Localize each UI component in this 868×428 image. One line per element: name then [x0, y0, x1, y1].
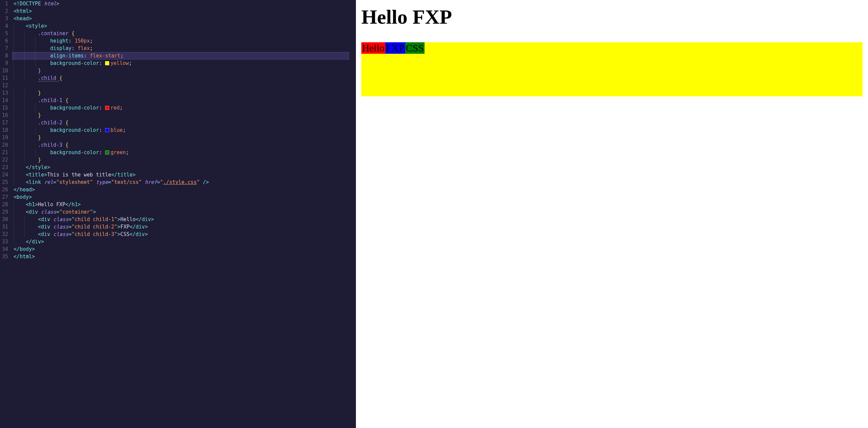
code-line[interactable]: <title>This is the web title</title> — [12, 171, 349, 179]
token-punct: </ — [129, 224, 136, 230]
token-brace: } — [38, 90, 41, 96]
token-punct: </ — [14, 246, 20, 252]
code-line[interactable]: align-items: flex-start; — [12, 52, 349, 60]
token-punct: > — [151, 216, 154, 222]
token-tag: title — [29, 172, 44, 178]
line-number: 15 — [2, 104, 8, 112]
code-line[interactable]: .child-1 { — [12, 97, 349, 104]
token-tag: div — [136, 224, 145, 230]
token-tag: div — [41, 216, 53, 222]
line-number: 35 — [2, 253, 8, 260]
token-attr: type — [96, 179, 108, 185]
code-line[interactable]: <h1>Hello FXP</h1> — [12, 201, 349, 208]
token-tag: div — [41, 224, 53, 230]
token-brace: } — [38, 112, 41, 118]
token-attr: href — [145, 179, 157, 185]
code-line[interactable]: .container { — [12, 30, 349, 37]
code-line[interactable]: } — [12, 156, 349, 164]
token-text: ; — [90, 45, 93, 51]
token-punct: < — [14, 8, 17, 14]
line-number: 6 — [2, 37, 8, 45]
line-number: 4 — [2, 22, 8, 30]
code-line[interactable]: <div class="child child-3">CSS</div> — [12, 231, 349, 238]
code-line[interactable]: } — [12, 89, 349, 97]
token-selector: .container — [38, 30, 71, 37]
code-line[interactable]: </div> — [12, 238, 349, 245]
code-line[interactable]: background-color: red; — [12, 104, 349, 112]
token-punct: > — [32, 187, 35, 193]
token-doctype: !DOCTYPE — [17, 1, 44, 7]
token-text: CSS — [120, 231, 129, 237]
line-number: 2 — [2, 7, 8, 15]
token-attr: class — [53, 224, 68, 230]
code-line[interactable]: background-color: yellow; — [12, 60, 349, 67]
code-line[interactable]: } — [12, 134, 349, 141]
code-line[interactable]: </html> — [12, 253, 349, 260]
token-punct: < — [26, 23, 29, 29]
token-tag: title — [117, 172, 132, 178]
token-tag: div — [142, 216, 151, 222]
code-line[interactable]: .child-2 { — [12, 119, 349, 126]
line-number: 30 — [2, 216, 8, 223]
token-text: ; — [120, 53, 123, 59]
code-editor-pane[interactable]: 1234567891011121314151617181920212223242… — [0, 0, 356, 428]
token-text — [93, 179, 96, 185]
code-line[interactable]: <head> — [12, 15, 349, 22]
code-line[interactable]: <div class="child child-2">FXP</div> — [12, 223, 349, 231]
code-line[interactable]: .child { — [12, 74, 349, 82]
code-line[interactable]: } — [12, 67, 349, 74]
token-text: ; — [123, 127, 126, 133]
code-line[interactable]: height: 150px; — [12, 37, 349, 45]
code-line[interactable]: display: flex; — [12, 45, 349, 52]
token-punct: > — [93, 209, 96, 215]
code-line[interactable]: </style> — [12, 164, 349, 171]
code-line[interactable]: <html> — [12, 7, 349, 15]
code-line[interactable]: <div class="container"> — [12, 208, 349, 216]
code-line[interactable]: <!DOCTYPE html> — [12, 0, 349, 7]
token-punct: < — [38, 224, 41, 230]
token-prop: background-color — [50, 149, 99, 156]
token-text: : — [84, 53, 90, 59]
token-punct: > — [29, 8, 32, 14]
token-text: Hello — [120, 216, 136, 222]
color-swatch-icon — [105, 150, 109, 154]
line-number: 12 — [2, 82, 8, 89]
code-line[interactable]: </head> — [12, 186, 349, 193]
token-punct: </ — [26, 164, 32, 170]
code-line[interactable]: .child-3 { — [12, 141, 349, 149]
code-line[interactable]: <div class="child child-1">Hello</div> — [12, 216, 349, 223]
line-number: 22 — [2, 156, 8, 164]
token-text: : — [69, 38, 75, 44]
token-punct: > — [117, 224, 120, 230]
line-number: 26 — [2, 186, 8, 193]
code-line[interactable] — [12, 82, 349, 89]
token-punct: = — [69, 216, 72, 222]
token-punct: < — [14, 194, 17, 200]
code-area[interactable]: <!DOCTYPE html><html><head> <style> .con… — [12, 0, 356, 428]
code-line[interactable]: <link rel="stylesheet" type="text/css" h… — [12, 179, 349, 186]
token-punct: < — [26, 179, 29, 185]
code-line[interactable]: </body> — [12, 245, 349, 253]
token-brace-purple: } — [38, 68, 41, 74]
token-value: flex — [78, 45, 90, 51]
token-punct: </ — [26, 239, 32, 245]
line-number: 9 — [2, 60, 8, 67]
token-punct: /> — [200, 179, 209, 185]
flex-container: HelloFXPCSS — [361, 42, 863, 96]
line-number: 5 — [2, 30, 8, 37]
line-number: 20 — [2, 141, 8, 149]
token-selector-underline: .child — [38, 75, 59, 81]
token-text: FXP — [120, 224, 129, 230]
token-punct: > — [41, 239, 44, 245]
token-punct: > — [132, 172, 136, 178]
code-line[interactable]: <body> — [12, 193, 349, 201]
code-line[interactable]: background-color: blue; — [12, 126, 349, 134]
line-number: 32 — [2, 231, 8, 238]
code-line[interactable]: background-color: green; — [12, 149, 349, 156]
token-punct: > — [32, 246, 35, 252]
line-number: 27 — [2, 193, 8, 201]
code-line[interactable]: <style> — [12, 22, 349, 30]
token-tag: div — [41, 231, 53, 237]
code-line[interactable]: } — [12, 112, 349, 119]
token-punct: = — [53, 179, 56, 185]
